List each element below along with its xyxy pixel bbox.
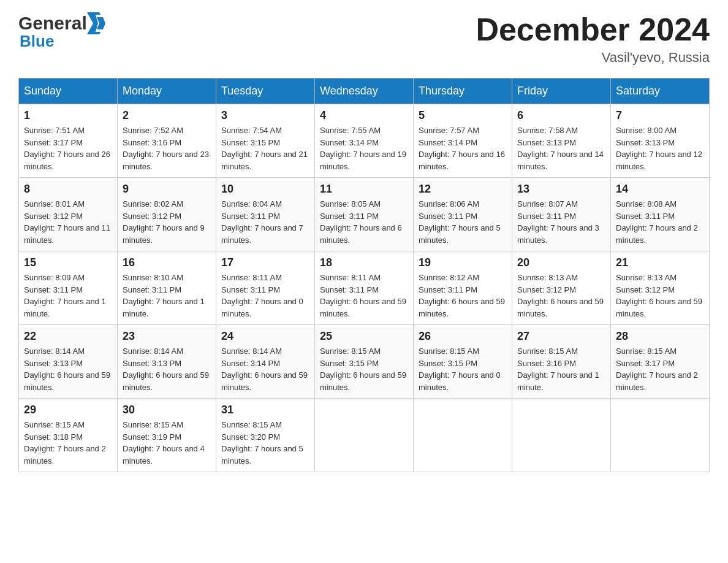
sunrise-text: Sunrise: 8:15 AM — [320, 345, 408, 358]
sunrise-text: Sunrise: 8:11 AM — [320, 272, 408, 284]
sunrise-text: Sunrise: 8:01 AM — [24, 198, 112, 210]
month-title: December 2024 — [476, 12, 710, 47]
day-info: Sunrise: 8:15 AM Sunset: 3:19 PM Dayligh… — [123, 419, 211, 467]
day-info: Sunrise: 8:15 AM Sunset: 3:18 PM Dayligh… — [24, 419, 112, 467]
sunset-text: Sunset: 3:15 PM — [419, 358, 507, 370]
daylight-text: Daylight: 7 hours and 2 minutes. — [24, 443, 112, 467]
table-row: 1 Sunrise: 7:51 AM Sunset: 3:17 PM Dayli… — [19, 104, 118, 178]
table-row: 19 Sunrise: 8:12 AM Sunset: 3:11 PM Dayl… — [414, 251, 512, 325]
location-text: Vasil'yevo, Russia — [476, 50, 710, 66]
sunrise-text: Sunrise: 8:06 AM — [419, 198, 507, 210]
table-row: 7 Sunrise: 8:00 AM Sunset: 3:13 PM Dayli… — [611, 104, 710, 178]
day-number: 31 — [221, 404, 309, 416]
table-row: 12 Sunrise: 8:06 AM Sunset: 3:11 PM Dayl… — [414, 178, 512, 251]
day-info: Sunrise: 8:08 AM Sunset: 3:11 PM Dayligh… — [616, 198, 704, 246]
sunset-text: Sunset: 3:14 PM — [221, 358, 309, 370]
sunset-text: Sunset: 3:13 PM — [517, 137, 605, 149]
sunrise-text: Sunrise: 7:57 AM — [419, 124, 507, 137]
sunset-text: Sunset: 3:14 PM — [320, 137, 408, 149]
daylight-text: Daylight: 6 hours and 59 minutes. — [24, 369, 112, 393]
sunrise-text: Sunrise: 8:15 AM — [123, 419, 211, 431]
daylight-text: Daylight: 7 hours and 5 minutes. — [419, 222, 507, 246]
table-row: 26 Sunrise: 8:15 AM Sunset: 3:15 PM Dayl… — [414, 325, 512, 399]
daylight-text: Daylight: 7 hours and 23 minutes. — [123, 148, 211, 172]
table-row: 15 Sunrise: 8:09 AM Sunset: 3:11 PM Dayl… — [19, 251, 118, 325]
day-number: 4 — [320, 109, 408, 122]
day-number: 25 — [320, 330, 408, 343]
daylight-text: Daylight: 7 hours and 0 minutes. — [221, 296, 309, 320]
sunset-text: Sunset: 3:12 PM — [123, 210, 211, 223]
daylight-text: Daylight: 7 hours and 4 minutes. — [123, 443, 211, 467]
table-row: 5 Sunrise: 7:57 AM Sunset: 3:14 PM Dayli… — [414, 104, 512, 178]
sunrise-text: Sunrise: 8:15 AM — [616, 345, 704, 358]
day-number: 21 — [616, 256, 704, 269]
sunset-text: Sunset: 3:15 PM — [320, 358, 408, 370]
logo-general-text: General — [18, 13, 87, 34]
sunset-text: Sunset: 3:11 PM — [419, 284, 507, 296]
sunrise-text: Sunrise: 8:04 AM — [221, 198, 309, 210]
day-info: Sunrise: 8:00 AM Sunset: 3:13 PM Dayligh… — [616, 124, 704, 172]
sunrise-text: Sunrise: 8:08 AM — [616, 198, 704, 210]
col-saturday: Saturday — [611, 79, 710, 104]
calendar-week-row: 22 Sunrise: 8:14 AM Sunset: 3:13 PM Dayl… — [19, 325, 710, 399]
sunset-text: Sunset: 3:11 PM — [24, 284, 112, 296]
day-number: 23 — [123, 330, 211, 343]
table-row: 30 Sunrise: 8:15 AM Sunset: 3:19 PM Dayl… — [118, 399, 216, 472]
sunrise-text: Sunrise: 7:58 AM — [517, 124, 605, 137]
table-row: 4 Sunrise: 7:55 AM Sunset: 3:14 PM Dayli… — [315, 104, 414, 178]
sunset-text: Sunset: 3:14 PM — [419, 137, 507, 149]
sunrise-text: Sunrise: 7:51 AM — [24, 124, 112, 137]
sunset-text: Sunset: 3:18 PM — [24, 431, 112, 443]
sunset-text: Sunset: 3:17 PM — [24, 137, 112, 149]
day-info: Sunrise: 8:05 AM Sunset: 3:11 PM Dayligh… — [320, 198, 408, 246]
sunset-text: Sunset: 3:11 PM — [320, 210, 408, 223]
sunrise-text: Sunrise: 8:15 AM — [517, 345, 605, 358]
day-number: 10 — [221, 183, 309, 196]
sunrise-text: Sunrise: 8:13 AM — [616, 272, 704, 284]
calendar-week-row: 1 Sunrise: 7:51 AM Sunset: 3:17 PM Dayli… — [19, 104, 710, 178]
sunset-text: Sunset: 3:16 PM — [123, 137, 211, 149]
day-number: 26 — [419, 330, 507, 343]
sunset-text: Sunset: 3:12 PM — [616, 284, 704, 296]
table-row: 21 Sunrise: 8:13 AM Sunset: 3:12 PM Dayl… — [611, 251, 710, 325]
sunrise-text: Sunrise: 7:55 AM — [320, 124, 408, 137]
day-info: Sunrise: 8:04 AM Sunset: 3:11 PM Dayligh… — [221, 198, 309, 246]
day-number: 27 — [517, 330, 605, 343]
logo-arrow-icon — [87, 12, 105, 34]
daylight-text: Daylight: 6 hours and 59 minutes. — [123, 369, 211, 393]
day-number: 13 — [517, 183, 605, 196]
sunset-text: Sunset: 3:13 PM — [123, 358, 211, 370]
day-number: 30 — [123, 404, 211, 416]
day-info: Sunrise: 8:06 AM Sunset: 3:11 PM Dayligh… — [419, 198, 507, 246]
calendar-week-row: 15 Sunrise: 8:09 AM Sunset: 3:11 PM Dayl… — [19, 251, 710, 325]
sunrise-text: Sunrise: 8:14 AM — [221, 345, 309, 358]
col-thursday: Thursday — [414, 79, 512, 104]
table-row: 2 Sunrise: 7:52 AM Sunset: 3:16 PM Dayli… — [118, 104, 216, 178]
sunrise-text: Sunrise: 8:05 AM — [320, 198, 408, 210]
sunrise-text: Sunrise: 8:12 AM — [419, 272, 507, 284]
day-info: Sunrise: 8:12 AM Sunset: 3:11 PM Dayligh… — [419, 272, 507, 320]
sunrise-text: Sunrise: 8:15 AM — [221, 419, 309, 431]
day-number: 14 — [616, 183, 704, 196]
table-row: 13 Sunrise: 8:07 AM Sunset: 3:11 PM Dayl… — [512, 178, 611, 251]
sunrise-text: Sunrise: 8:11 AM — [221, 272, 309, 284]
daylight-text: Daylight: 7 hours and 26 minutes. — [24, 148, 112, 172]
sunset-text: Sunset: 3:11 PM — [221, 210, 309, 223]
day-info: Sunrise: 8:15 AM Sunset: 3:16 PM Dayligh… — [517, 345, 605, 393]
sunset-text: Sunset: 3:12 PM — [517, 284, 605, 296]
calendar-table: Sunday Monday Tuesday Wednesday Thursday… — [18, 78, 710, 472]
day-number: 28 — [616, 330, 704, 343]
sunrise-text: Sunrise: 8:09 AM — [24, 272, 112, 284]
daylight-text: Daylight: 7 hours and 12 minutes. — [616, 148, 704, 172]
table-row: 29 Sunrise: 8:15 AM Sunset: 3:18 PM Dayl… — [19, 399, 118, 472]
title-section: December 2024 Vasil'yevo, Russia — [476, 12, 710, 66]
sunrise-text: Sunrise: 8:15 AM — [419, 345, 507, 358]
day-number: 2 — [123, 109, 211, 122]
sunset-text: Sunset: 3:12 PM — [24, 210, 112, 223]
table-row — [315, 399, 414, 472]
sunset-text: Sunset: 3:13 PM — [24, 358, 112, 370]
sunset-text: Sunset: 3:20 PM — [221, 431, 309, 443]
day-info: Sunrise: 8:13 AM Sunset: 3:12 PM Dayligh… — [517, 272, 605, 320]
day-info: Sunrise: 8:14 AM Sunset: 3:13 PM Dayligh… — [123, 345, 211, 393]
table-row: 23 Sunrise: 8:14 AM Sunset: 3:13 PM Dayl… — [118, 325, 216, 399]
